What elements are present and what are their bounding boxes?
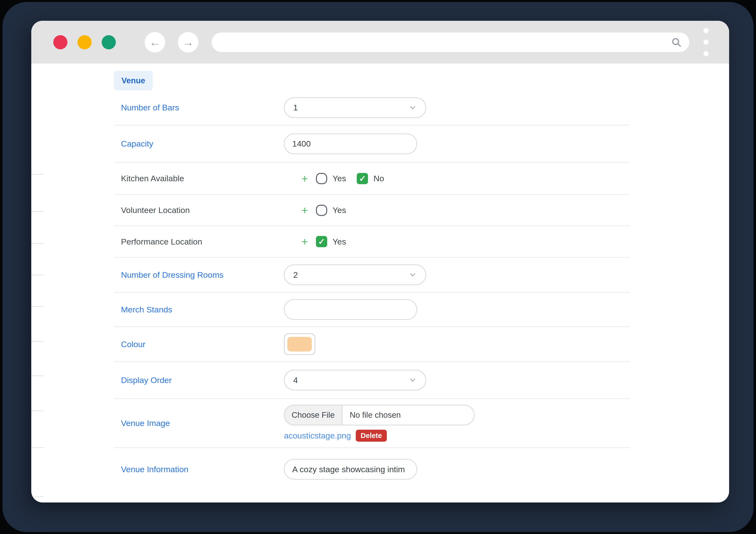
kitchen-available-options: + Yes ✓ No	[284, 172, 384, 185]
url-input[interactable]	[219, 38, 671, 47]
row-separator-stub	[31, 243, 43, 244]
row-display-order: Display Order 4	[114, 362, 630, 399]
screenshot-canvas: ← →	[0, 0, 756, 534]
option-no[interactable]: ✓ No	[357, 173, 384, 184]
row-kitchen-available: Kitchen Available + Yes ✓ No	[114, 163, 630, 195]
colour-picker-button[interactable]	[284, 334, 315, 355]
row-separator-stub	[31, 341, 43, 342]
kebab-menu-icon[interactable]	[703, 28, 709, 56]
checkbox-unchecked[interactable]	[316, 173, 327, 184]
choose-file-button[interactable]: Choose File	[284, 405, 342, 425]
field-label[interactable]: Colour	[114, 339, 284, 349]
volunteer-location-options: + Yes	[284, 204, 346, 217]
option-yes[interactable]: Yes	[316, 173, 346, 184]
row-number-of-bars: Number of Bars 1	[114, 91, 630, 125]
row-separator-stub	[31, 496, 43, 497]
chevron-down-icon	[409, 376, 417, 384]
uploaded-file-link[interactable]: acousticstage.png	[284, 431, 351, 441]
browser-window: ← →	[31, 21, 729, 502]
traffic-lights	[53, 35, 116, 49]
add-option-icon[interactable]: +	[298, 172, 311, 185]
select-value: 1	[293, 103, 298, 112]
colour-swatch	[287, 337, 312, 352]
add-option-icon[interactable]: +	[298, 204, 311, 217]
field-label[interactable]: Capacity	[114, 139, 284, 148]
row-number-of-dressing-rooms: Number of Dressing Rooms 2	[114, 258, 630, 293]
row-capacity: Capacity	[114, 125, 630, 163]
checkbox-unchecked[interactable]	[316, 205, 327, 216]
row-performance-location: Performance Location + ✓ Yes	[114, 226, 630, 258]
forward-button[interactable]: →	[178, 32, 199, 53]
field-label: Kitchen Available	[114, 174, 284, 183]
field-label[interactable]: Merch Stands	[114, 305, 284, 314]
row-separator-stub	[31, 306, 43, 307]
merch-stands-input[interactable]	[284, 299, 417, 320]
select-value: 2	[293, 270, 298, 280]
page-content: Venue Number of Bars 1 Capacity	[31, 71, 729, 502]
search-icon[interactable]	[671, 37, 682, 48]
back-arrow-icon: ←	[149, 36, 161, 49]
row-venue-information: Venue Information	[114, 448, 630, 491]
row-separator-stub	[31, 174, 43, 175]
option-label: Yes	[333, 174, 346, 183]
delete-file-button[interactable]: Delete	[356, 430, 387, 442]
performance-location-options: + ✓ Yes	[284, 235, 346, 248]
field-label[interactable]: Number of Dressing Rooms	[114, 270, 284, 280]
venue-image-field: Choose File No file chosen acousticstage…	[284, 405, 474, 442]
row-merch-stands: Merch Stands	[114, 293, 630, 327]
close-window-button[interactable]	[53, 35, 68, 49]
option-label: Yes	[333, 205, 346, 215]
display-order-select[interactable]: 4	[284, 370, 426, 390]
checkbox-checked[interactable]: ✓	[357, 173, 368, 184]
uploaded-file-row: acousticstage.png Delete	[284, 430, 474, 442]
checkbox-checked[interactable]: ✓	[316, 236, 327, 247]
field-label[interactable]: Venue Information	[114, 465, 284, 474]
minimize-window-button[interactable]	[77, 35, 92, 49]
tab-venue[interactable]: Venue	[114, 71, 153, 91]
dressing-rooms-select[interactable]: 2	[284, 265, 426, 285]
row-colour: Colour	[114, 327, 630, 362]
field-label[interactable]: Display Order	[114, 375, 284, 385]
file-status-text: No file chosen	[342, 405, 401, 425]
field-label[interactable]: Number of Bars	[114, 103, 284, 112]
row-separator-stub	[31, 375, 43, 376]
option-label: Yes	[333, 237, 346, 247]
url-bar[interactable]	[212, 33, 689, 52]
number-of-bars-select[interactable]: 1	[284, 97, 426, 118]
field-label: Volunteer Location	[114, 205, 284, 215]
option-yes[interactable]: Yes	[316, 205, 346, 216]
row-separator-stub	[31, 211, 43, 212]
row-separator-stub	[31, 447, 43, 448]
row-separator-stub	[31, 275, 43, 275]
venue-information-input[interactable]	[284, 459, 417, 480]
browser-toolbar: ← →	[31, 21, 729, 64]
capacity-input[interactable]	[284, 134, 417, 154]
row-venue-image: Venue Image Choose File No file chosen a…	[114, 399, 630, 448]
maximize-window-button[interactable]	[102, 35, 116, 49]
select-value: 4	[293, 375, 298, 385]
nav-buttons: ← →	[145, 32, 199, 53]
add-option-icon[interactable]: +	[298, 235, 311, 248]
chevron-down-icon	[409, 104, 417, 112]
option-yes[interactable]: ✓ Yes	[316, 236, 346, 247]
venue-form: Venue Number of Bars 1 Capacity	[114, 71, 630, 491]
field-label: Performance Location	[114, 237, 284, 247]
option-label: No	[373, 174, 384, 183]
file-input[interactable]: Choose File No file chosen	[284, 405, 474, 425]
forward-arrow-icon: →	[182, 36, 194, 49]
back-button[interactable]: ←	[145, 32, 165, 53]
row-volunteer-location: Volunteer Location + Yes	[114, 195, 630, 226]
field-label[interactable]: Venue Image	[114, 418, 284, 428]
chevron-down-icon	[409, 271, 417, 279]
row-separator-stub	[31, 411, 43, 411]
